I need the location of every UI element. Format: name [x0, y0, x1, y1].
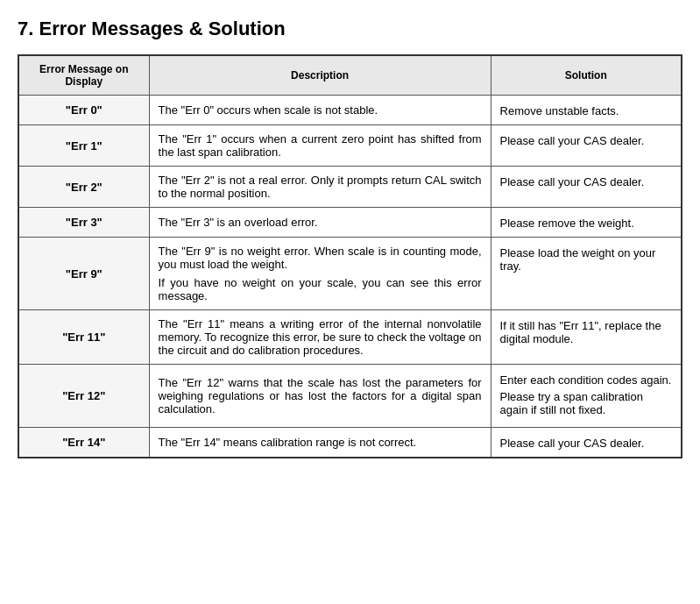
description-cell: The "Err 9" is no weight error. When sca…: [149, 238, 491, 310]
col-header-solution: Solution: [491, 55, 682, 96]
description-cell: The "Err 14" means calibration range is …: [149, 428, 491, 458]
error-code-cell: "Err 0": [18, 96, 149, 125]
error-table: Error Message on Display Description Sol…: [18, 54, 682, 458]
solution-cell: Please call your CAS dealer.: [491, 167, 682, 208]
table-row: "Err 1"The "Err 1" occurs when a current…: [18, 125, 682, 167]
error-code-cell: "Err 11": [18, 310, 149, 365]
table-row: "Err 12"The "Err 12" warns that the scal…: [18, 365, 682, 428]
error-code-cell: "Err 2": [18, 167, 149, 208]
solution-cell: Please load the weight on your tray.: [491, 238, 682, 310]
error-code-cell: "Err 3": [18, 208, 149, 238]
description-cell: The "Err 3" is an overload error.: [149, 208, 491, 238]
solution-cell: Please call your CAS dealer.: [491, 428, 682, 458]
error-code-cell: "Err 12": [18, 365, 149, 428]
description-cell: The "Err 2" is not a real error. Only it…: [149, 167, 491, 208]
error-code-cell: "Err 1": [18, 125, 149, 167]
solution-cell: Please call your CAS dealer.: [491, 125, 682, 167]
error-code-cell: "Err 9": [18, 238, 149, 310]
description-cell: The "Err 12" warns that the scale has lo…: [149, 365, 491, 428]
table-row: "Err 0"The "Err 0" occurs when scale is …: [18, 96, 682, 125]
col-header-error: Error Message on Display: [18, 55, 149, 96]
solution-cell: Please remove the weight.: [491, 208, 682, 238]
description-cell: The "Err 11" means a writing error of th…: [149, 310, 491, 365]
description-cell: The "Err 0" occurs when scale is not sta…: [149, 96, 491, 125]
description-cell: The "Err 1" occurs when a current zero p…: [149, 125, 491, 167]
page-title: 7. Error Messages & Solution: [18, 18, 682, 40]
table-row: "Err 11"The "Err 11" means a writing err…: [18, 310, 682, 365]
col-header-description: Description: [149, 55, 491, 96]
table-row: "Err 14"The "Err 14" means calibration r…: [18, 428, 682, 458]
solution-cell: Enter each condition codes again.Please …: [491, 365, 682, 428]
error-code-cell: "Err 14": [18, 428, 149, 458]
solution-cell: Remove unstable facts.: [491, 96, 682, 125]
table-row: "Err 9"The "Err 9" is no weight error. W…: [18, 238, 682, 310]
table-row: "Err 3"The "Err 3" is an overload error.…: [18, 208, 682, 238]
table-row: "Err 2"The "Err 2" is not a real error. …: [18, 167, 682, 208]
solution-cell: If it still has "Err 11", replace the di…: [491, 310, 682, 365]
